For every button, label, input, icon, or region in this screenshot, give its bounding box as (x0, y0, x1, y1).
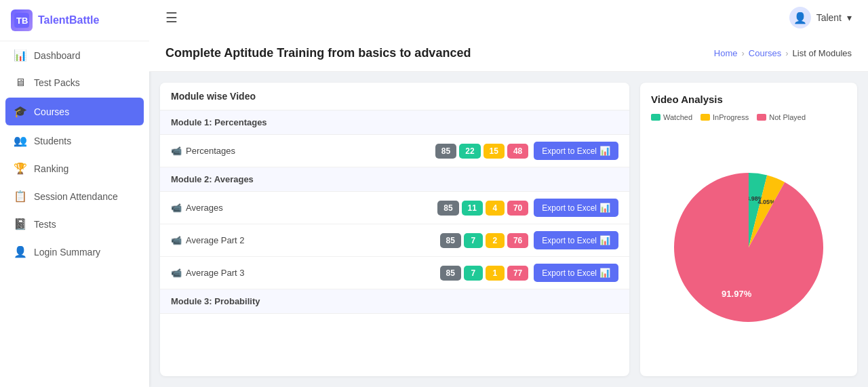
sidebar-item-label: Students (34, 136, 71, 146)
sidebar-item-students[interactable]: 👥 Students (0, 127, 149, 155)
export-button[interactable]: Export to Excel 📊 (534, 264, 618, 282)
badge-inprogress: 2 (486, 233, 505, 248)
badge-inprogress: 4 (486, 201, 505, 216)
breadcrumb-home[interactable]: Home (714, 48, 738, 58)
sidebar-item-label: Ranking (34, 163, 68, 174)
breadcrumb-courses[interactable]: Courses (749, 48, 781, 58)
video-icon: 📹 (171, 235, 182, 245)
sidebar-item-label: Dashboard (34, 50, 81, 61)
topbar-right: 👤 Talent ▾ (789, 7, 852, 28)
topbar-left: ☰ (165, 9, 178, 26)
sidebar-item-session-attendance[interactable]: 📋 Session Attendance (0, 182, 149, 210)
pie-not-played (674, 173, 823, 322)
logo-icon: TB (11, 9, 33, 31)
video-icon: 📹 (171, 146, 182, 156)
module3-header: Module 3: Probability (160, 289, 629, 314)
video-icon: 📹 (171, 268, 182, 278)
main-area: ☰ 👤 Talent ▾ Complete Aptitude Training … (149, 0, 868, 387)
pie-not-played-label: 91.97% (722, 289, 752, 299)
test-packs-icon: 🖥 (14, 77, 27, 89)
tests-icon: 📓 (14, 218, 27, 230)
user-name: Talent (816, 12, 842, 23)
legend-inprogress-dot (701, 114, 710, 121)
sidebar-nav: 📊 Dashboard 🖥 Test Packs 🎓 Courses 👥 Stu… (0, 41, 149, 266)
legend-watched-label: Watched (663, 113, 692, 121)
legend-watched: Watched (651, 113, 692, 121)
content-body: Module wise Video Module 1: Percentages … (149, 72, 868, 387)
badge-watched: 11 (462, 201, 483, 216)
badge-total: 85 (440, 233, 461, 248)
legend-notplayed-label: Not Played (769, 113, 806, 121)
svg-text:TB: TB (16, 16, 28, 26)
legend-watched-dot (651, 114, 660, 121)
row-name: 📹 Averages (171, 203, 432, 213)
badge-watched: 22 (459, 144, 480, 159)
badge-inprogress: 1 (486, 266, 505, 281)
legend-notplayed: Not Played (757, 113, 806, 121)
sidebar-item-login-summary[interactable]: 👤 Login Summary (0, 238, 149, 266)
export-label: Export to Excel (542, 268, 597, 278)
breadcrumb-sep-1: › (741, 48, 744, 58)
logo-text: TalentBattle (38, 14, 99, 26)
badge-watched: 7 (464, 266, 483, 281)
export-button[interactable]: Export to Excel 📊 (534, 199, 618, 217)
dashboard-icon: 📊 (14, 49, 27, 62)
courses-icon: 🎓 (14, 105, 27, 118)
dropdown-icon[interactable]: ▾ (847, 12, 852, 23)
table-row: 📹 Average Part 3 85 7 1 77 Export to Exc… (160, 257, 629, 289)
hamburger-button[interactable]: ☰ (165, 9, 178, 26)
stats-badges: 85 7 1 77 (440, 266, 529, 281)
breadcrumb: Home › Courses › List of Modules (714, 48, 852, 58)
breadcrumb-sep-2: › (785, 48, 788, 58)
export-label: Export to Excel (542, 203, 597, 213)
badge-notplayed: 76 (507, 233, 528, 248)
pie-chart: 3.98%4.05%91.97% (667, 166, 830, 329)
badge-total: 85 (435, 144, 456, 159)
badge-notplayed: 48 (507, 144, 528, 159)
badge-inprogress: 15 (484, 144, 505, 159)
module1-header: Module 1: Percentages (160, 110, 629, 135)
badge-total: 85 (440, 266, 461, 281)
module2-header: Module 2: Averages (160, 167, 629, 192)
row-name: 📹 Average Part 2 (171, 235, 435, 245)
badge-notplayed: 70 (507, 201, 528, 216)
stats-badges: 85 7 2 76 (440, 233, 529, 248)
legend-notplayed-dot (757, 114, 766, 121)
sidebar-item-ranking[interactable]: 🏆 Ranking (0, 155, 149, 182)
sidebar-item-courses[interactable]: 🎓 Courses (5, 98, 144, 125)
analysis-title: Video Analysis (651, 94, 846, 105)
legend: Watched InProgress Not Played (651, 113, 846, 121)
module-table-section: Module wise Video Module 1: Percentages … (160, 83, 629, 376)
sidebar-item-label: Test Packs (34, 77, 80, 88)
video-icon: 📹 (171, 203, 182, 213)
sidebar-item-label: Courses (34, 106, 69, 117)
sidebar-item-test-packs[interactable]: 🖥 Test Packs (0, 69, 149, 96)
logo-area: TB TalentBattle (0, 0, 149, 41)
session-icon: 📋 (14, 190, 27, 203)
ranking-icon: 🏆 (14, 162, 27, 175)
topbar: ☰ 👤 Talent ▾ (149, 0, 868, 35)
page-header: Complete Aptitude Training from basics t… (149, 35, 868, 72)
sidebar-item-dashboard[interactable]: 📊 Dashboard (0, 41, 149, 69)
module-table-header: Module wise Video (160, 83, 629, 110)
badge-watched: 7 (464, 233, 483, 248)
badge-notplayed: 77 (507, 266, 528, 281)
sidebar: TB TalentBattle 📊 Dashboard 🖥 Test Packs… (0, 0, 149, 387)
row-name: 📹 Percentages (171, 146, 430, 156)
export-button[interactable]: Export to Excel 📊 (534, 231, 618, 249)
login-summary-icon: 👤 (14, 245, 27, 258)
sidebar-item-label: Tests (34, 219, 56, 230)
legend-inprogress-label: InProgress (713, 113, 749, 121)
row-label: Percentages (186, 146, 235, 156)
video-analysis-panel: Video Analysis Watched InProgress Not Pl… (640, 83, 857, 376)
row-label: Average Part 3 (186, 268, 244, 278)
excel-icon: 📊 (599, 235, 610, 245)
sidebar-item-tests[interactable]: 📓 Tests (0, 210, 149, 238)
table-row: 📹 Percentages 85 22 15 48 Export to Exce… (160, 135, 629, 167)
row-label: Averages (186, 203, 223, 213)
export-label: Export to Excel (542, 146, 597, 156)
export-button[interactable]: Export to Excel 📊 (534, 142, 618, 160)
excel-icon: 📊 (599, 146, 610, 156)
sidebar-item-label: Login Summary (34, 247, 100, 258)
table-row: 📹 Averages 85 11 4 70 Export to Excel 📊 (160, 192, 629, 224)
